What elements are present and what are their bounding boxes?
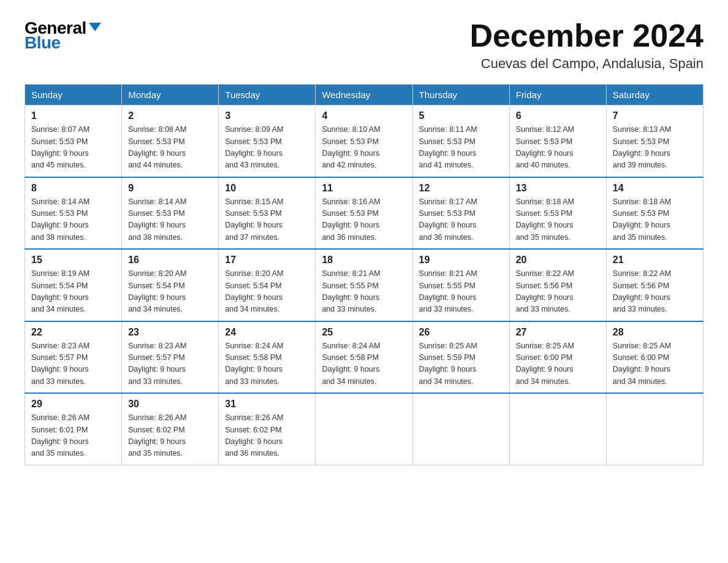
day-info: Sunrise: 8:23 AMSunset: 5:57 PMDaylight:… <box>31 340 115 388</box>
month-title: December 2024 <box>469 18 703 53</box>
day-number: 12 <box>419 183 503 194</box>
calendar-week-row: 29Sunrise: 8:26 AMSunset: 6:01 PMDayligh… <box>25 393 703 465</box>
calendar-cell: 1Sunrise: 8:07 AMSunset: 5:53 PMDaylight… <box>25 105 122 177</box>
calendar-cell: 5Sunrise: 8:11 AMSunset: 5:53 PMDaylight… <box>412 105 509 177</box>
day-info: Sunrise: 8:23 AMSunset: 5:57 PMDaylight:… <box>128 340 212 388</box>
day-number: 17 <box>225 255 309 266</box>
day-number: 14 <box>613 183 697 194</box>
day-number: 20 <box>516 255 600 266</box>
day-number: 31 <box>225 399 309 410</box>
location-subtitle: Cuevas del Campo, Andalusia, Spain <box>469 56 703 72</box>
calendar-cell: 3Sunrise: 8:09 AMSunset: 5:53 PMDaylight… <box>219 105 316 177</box>
calendar-cell: 12Sunrise: 8:17 AMSunset: 5:53 PMDayligh… <box>412 177 509 250</box>
calendar-cell: 16Sunrise: 8:20 AMSunset: 5:54 PMDayligh… <box>122 249 219 321</box>
day-number: 1 <box>31 110 115 121</box>
calendar-cell: 24Sunrise: 8:24 AMSunset: 5:58 PMDayligh… <box>219 321 316 394</box>
day-number: 15 <box>31 255 115 266</box>
day-info: Sunrise: 8:14 AMSunset: 5:53 PMDaylight:… <box>31 196 115 244</box>
day-number: 21 <box>613 255 697 266</box>
calendar-cell: 27Sunrise: 8:25 AMSunset: 6:00 PMDayligh… <box>509 321 606 394</box>
day-number: 29 <box>31 399 115 410</box>
day-info: Sunrise: 8:09 AMSunset: 5:53 PMDaylight:… <box>225 124 309 172</box>
day-number: 16 <box>128 255 212 266</box>
day-info: Sunrise: 8:14 AMSunset: 5:53 PMDaylight:… <box>128 196 212 244</box>
day-info: Sunrise: 8:25 AMSunset: 6:00 PMDaylight:… <box>613 340 697 388</box>
calendar-cell: 30Sunrise: 8:26 AMSunset: 6:02 PMDayligh… <box>122 393 219 465</box>
day-info: Sunrise: 8:08 AMSunset: 5:53 PMDaylight:… <box>128 124 212 172</box>
calendar-week-row: 22Sunrise: 8:23 AMSunset: 5:57 PMDayligh… <box>25 321 703 394</box>
day-info: Sunrise: 8:24 AMSunset: 5:58 PMDaylight:… <box>322 340 406 388</box>
calendar-cell: 15Sunrise: 8:19 AMSunset: 5:54 PMDayligh… <box>25 249 122 321</box>
calendar-cell: 4Sunrise: 8:10 AMSunset: 5:53 PMDaylight… <box>316 105 412 177</box>
day-info: Sunrise: 8:26 AMSunset: 6:02 PMDaylight:… <box>128 412 212 460</box>
calendar-week-row: 8Sunrise: 8:14 AMSunset: 5:53 PMDaylight… <box>25 177 703 250</box>
day-number: 19 <box>419 255 503 266</box>
day-info: Sunrise: 8:25 AMSunset: 6:00 PMDaylight:… <box>516 340 600 388</box>
day-info: Sunrise: 8:21 AMSunset: 5:55 PMDaylight:… <box>419 268 503 316</box>
calendar-cell: 29Sunrise: 8:26 AMSunset: 6:01 PMDayligh… <box>25 393 122 465</box>
page-header: General Blue December 2024 Cuevas del Ca… <box>25 18 703 72</box>
calendar-day-header: Saturday <box>606 85 703 105</box>
day-number: 28 <box>613 327 697 338</box>
day-info: Sunrise: 8:26 AMSunset: 6:01 PMDaylight:… <box>31 412 115 460</box>
day-info: Sunrise: 8:26 AMSunset: 6:02 PMDaylight:… <box>225 412 309 460</box>
day-info: Sunrise: 8:24 AMSunset: 5:58 PMDaylight:… <box>225 340 309 388</box>
day-number: 23 <box>128 327 212 338</box>
calendar-cell <box>509 393 606 465</box>
day-number: 9 <box>128 183 212 194</box>
day-number: 18 <box>322 255 406 266</box>
calendar-cell: 7Sunrise: 8:13 AMSunset: 5:53 PMDaylight… <box>606 105 703 177</box>
calendar-cell: 26Sunrise: 8:25 AMSunset: 5:59 PMDayligh… <box>412 321 509 394</box>
day-info: Sunrise: 8:11 AMSunset: 5:53 PMDaylight:… <box>419 124 503 172</box>
calendar-cell: 31Sunrise: 8:26 AMSunset: 6:02 PMDayligh… <box>219 393 316 465</box>
calendar-day-header: Thursday <box>412 85 509 105</box>
day-info: Sunrise: 8:10 AMSunset: 5:53 PMDaylight:… <box>322 124 406 172</box>
calendar-cell: 6Sunrise: 8:12 AMSunset: 5:53 PMDaylight… <box>509 105 606 177</box>
day-number: 26 <box>419 327 503 338</box>
day-info: Sunrise: 8:25 AMSunset: 5:59 PMDaylight:… <box>419 340 503 388</box>
day-number: 3 <box>225 110 309 121</box>
calendar-cell: 23Sunrise: 8:23 AMSunset: 5:57 PMDayligh… <box>122 321 219 394</box>
day-info: Sunrise: 8:22 AMSunset: 5:56 PMDaylight:… <box>613 268 697 316</box>
day-number: 24 <box>225 327 309 338</box>
calendar-cell: 20Sunrise: 8:22 AMSunset: 5:56 PMDayligh… <box>509 249 606 321</box>
calendar-cell: 14Sunrise: 8:18 AMSunset: 5:53 PMDayligh… <box>606 177 703 250</box>
day-info: Sunrise: 8:12 AMSunset: 5:53 PMDaylight:… <box>516 124 600 172</box>
calendar-week-row: 15Sunrise: 8:19 AMSunset: 5:54 PMDayligh… <box>25 249 703 321</box>
calendar-cell <box>606 393 703 465</box>
day-info: Sunrise: 8:22 AMSunset: 5:56 PMDaylight:… <box>516 268 600 316</box>
calendar-day-header: Sunday <box>25 85 122 105</box>
day-number: 13 <box>516 183 600 194</box>
calendar-cell: 18Sunrise: 8:21 AMSunset: 5:55 PMDayligh… <box>316 249 412 321</box>
day-number: 2 <box>128 110 212 121</box>
calendar-week-row: 1Sunrise: 8:07 AMSunset: 5:53 PMDaylight… <box>25 105 703 177</box>
day-number: 6 <box>516 110 600 121</box>
calendar-cell: 2Sunrise: 8:08 AMSunset: 5:53 PMDaylight… <box>122 105 219 177</box>
logo-triangle-icon <box>89 23 101 31</box>
day-info: Sunrise: 8:18 AMSunset: 5:53 PMDaylight:… <box>613 196 697 244</box>
day-number: 10 <box>225 183 309 194</box>
calendar-cell: 21Sunrise: 8:22 AMSunset: 5:56 PMDayligh… <box>606 249 703 321</box>
day-info: Sunrise: 8:19 AMSunset: 5:54 PMDaylight:… <box>31 268 115 316</box>
day-number: 5 <box>419 110 503 121</box>
day-info: Sunrise: 8:07 AMSunset: 5:53 PMDaylight:… <box>31 124 115 172</box>
day-info: Sunrise: 8:21 AMSunset: 5:55 PMDaylight:… <box>322 268 406 316</box>
day-info: Sunrise: 8:20 AMSunset: 5:54 PMDaylight:… <box>128 268 212 316</box>
calendar-day-header: Friday <box>509 85 606 105</box>
calendar-cell: 9Sunrise: 8:14 AMSunset: 5:53 PMDaylight… <box>122 177 219 250</box>
day-number: 25 <box>322 327 406 338</box>
day-number: 8 <box>31 183 115 194</box>
calendar-cell: 13Sunrise: 8:18 AMSunset: 5:53 PMDayligh… <box>509 177 606 250</box>
day-number: 22 <box>31 327 115 338</box>
day-info: Sunrise: 8:17 AMSunset: 5:53 PMDaylight:… <box>419 196 503 244</box>
calendar-cell <box>316 393 412 465</box>
day-number: 11 <box>322 183 406 194</box>
calendar-cell: 25Sunrise: 8:24 AMSunset: 5:58 PMDayligh… <box>316 321 412 394</box>
logo-blue-text: Blue <box>25 33 61 53</box>
day-number: 4 <box>322 110 406 121</box>
calendar-cell <box>412 393 509 465</box>
title-block: December 2024 Cuevas del Campo, Andalusi… <box>469 18 703 72</box>
day-info: Sunrise: 8:16 AMSunset: 5:53 PMDaylight:… <box>322 196 406 244</box>
calendar-cell: 10Sunrise: 8:15 AMSunset: 5:53 PMDayligh… <box>219 177 316 250</box>
day-info: Sunrise: 8:15 AMSunset: 5:53 PMDaylight:… <box>225 196 309 244</box>
